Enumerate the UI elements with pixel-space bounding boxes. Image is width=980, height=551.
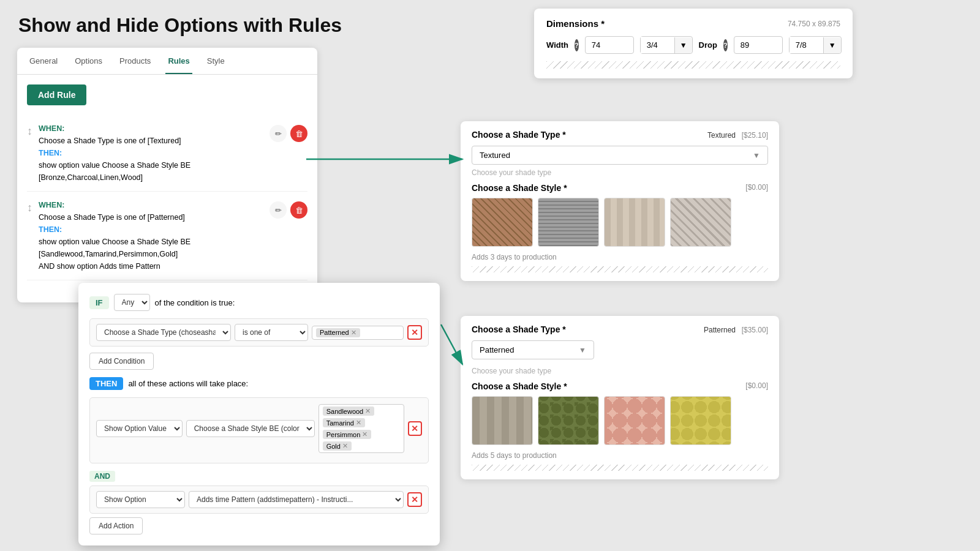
tag-gold-remove[interactable]: ✕ (342, 442, 348, 450)
drop-help-icon[interactable]: ? (723, 39, 728, 51)
if-badge: IF (89, 296, 109, 309)
remove-action-1-button[interactable]: ✕ (408, 421, 422, 436)
rule-item-1: ↕ WHEN: Choose a Shade Type is one of [T… (27, 115, 307, 192)
remove-action-2-button[interactable]: ✕ (407, 492, 422, 507)
rule-then-text-1: show option value Choose a Shade Style B… (39, 159, 263, 184)
tag-patterned-remove[interactable]: ✕ (351, 329, 356, 337)
drop-fraction-input[interactable] (790, 37, 823, 53)
action-1-row: Show Option Value Choose a Shade Style B… (96, 404, 422, 453)
width-fraction-arrow[interactable]: ▼ (674, 37, 692, 53)
rule-drag-handle-1[interactable]: ↕ (27, 122, 32, 138)
rule-edit-button-2[interactable]: ✏ (270, 201, 287, 219)
rule-then-label-2: THEN: (39, 223, 263, 236)
rule-when-text-1: Choose a Shade Type is one of [Textured] (39, 135, 263, 147)
swatch-bronze[interactable] (472, 198, 533, 247)
width-row: Width ? ▼ Drop ? ▼ (546, 36, 840, 54)
action-field-select-1[interactable]: Choose a Shade Style BE (color) - Swatch (186, 420, 315, 437)
add-action-button[interactable]: Add Action (89, 517, 143, 534)
rule-edit-button-1[interactable]: ✏ (270, 125, 287, 142)
shade-placeholder-1: Choose your shade type (472, 168, 768, 177)
remove-condition-button[interactable]: ✕ (407, 325, 422, 340)
shade-placeholder-2: Choose your shade type (472, 367, 768, 375)
tag-sandlewood: Sandlewood ✕ (323, 407, 375, 416)
rule-then-text-2: show option value Choose a Shade Style B… (39, 236, 263, 260)
action-field-select-2[interactable]: Adds time Pattern (addstimepattern) - In… (189, 491, 404, 508)
dimensions-header: Dimensions * 74.750 x 89.875 (546, 18, 840, 29)
shade-type-dropdown-2[interactable]: Patterned ▼ (472, 340, 594, 359)
condition-operator-select[interactable]: is one of (235, 324, 308, 341)
shade-dropdown-text-1: Textured (480, 151, 510, 160)
rule-item-2: ↕ WHEN: Choose a Shade Type is one of [P… (27, 192, 307, 280)
shade-swatches-1 (472, 198, 768, 247)
shade-style-price-2: [$0.00] (745, 381, 768, 391)
tab-rules[interactable]: Rules (165, 48, 192, 74)
shade-swatches-2 (472, 396, 768, 445)
width-input[interactable] (585, 36, 634, 54)
condition-field-select[interactable]: Choose a Shade Type (choseashadestyletyp… (96, 324, 231, 341)
width-help-icon[interactable]: ? (575, 39, 579, 51)
rules-body: Add Rule ↕ WHEN: Choose a Shade Type is … (17, 75, 317, 290)
shade-dropdown-arrow-1: ▼ (753, 151, 760, 160)
action-type-select-2[interactable]: Show Option (96, 491, 185, 508)
rule-actions-1: ✏ 🗑 (270, 125, 307, 142)
tab-products[interactable]: Products (117, 48, 153, 74)
shade-price-2: [$35.00] (742, 326, 768, 334)
tag-gold: Gold ✕ (323, 441, 352, 451)
rule-delete-button-2[interactable]: 🗑 (290, 201, 307, 219)
rule-dialog: IF Any of the condition is true: Choose … (78, 283, 440, 545)
shade-value-label-1: Textured (707, 131, 736, 140)
zigzag-pattern-1 (472, 266, 768, 272)
rule-and-text-2: AND show option Adds time Pattern (39, 260, 263, 272)
and-badge: AND (89, 471, 115, 482)
add-condition-button[interactable]: Add Condition (89, 353, 154, 370)
rule-when-label-1: WHEN: (39, 122, 263, 135)
dialog-condition-row: Choose a Shade Type (choseashadestyletyp… (89, 318, 429, 347)
shade-type-header-right-2: Patterned [$35.00] (704, 325, 768, 334)
rule-drag-handle-2[interactable]: ↕ (27, 199, 32, 214)
tab-style[interactable]: Style (205, 48, 227, 74)
shade-type-dropdown-1[interactable]: Textured ▼ (472, 146, 768, 165)
drop-input[interactable] (734, 36, 783, 54)
swatch-tamarind[interactable] (538, 396, 599, 445)
zigzag-pattern-2 (472, 465, 768, 471)
swatch-persimmon[interactable] (604, 396, 665, 445)
dimensions-value: 74.750 x 89.875 (788, 20, 840, 28)
add-rule-button[interactable]: Add Rule (27, 84, 86, 105)
width-label: Width (546, 40, 568, 50)
tag-persimmon-remove[interactable]: ✕ (362, 430, 368, 438)
adds-days-1: Adds 3 days to production (472, 253, 768, 261)
drop-fraction-arrow[interactable]: ▼ (823, 37, 841, 53)
swatch-sandlewood[interactable] (472, 396, 533, 445)
rule-then-label-1: THEN: (39, 147, 263, 159)
dialog-then-row: THEN all of these actions will take plac… (89, 377, 429, 390)
shade-dropdown-text-2: Patterned (480, 345, 514, 354)
tag-patterned: Patterned ✕ (316, 328, 360, 337)
tab-options[interactable]: Options (72, 48, 105, 74)
shade-style-title-1: Choose a Shade Style * [$0.00] (472, 183, 768, 193)
tag-sandlewood-remove[interactable]: ✕ (365, 407, 371, 415)
swatch-gold[interactable] (670, 396, 731, 445)
rules-tabs: General Options Products Rules Style (17, 48, 317, 75)
swatch-charcoal[interactable] (538, 198, 599, 247)
rules-panel: General Options Products Rules Style Add… (17, 48, 317, 302)
rule-when-text-2: Choose a Shade Type is one of [Patterned… (39, 211, 263, 223)
swatch-linen[interactable] (604, 198, 665, 247)
product-panel: Dimensions * 74.750 x 89.875 Width ? ▼ D… (534, 9, 853, 78)
if-any-select[interactable]: Any (114, 294, 150, 311)
dimensions-title: Dimensions * (546, 18, 605, 29)
shade-type-header-2: Choose a Shade Type * Patterned [$35.00] (472, 324, 768, 334)
then-badge: THEN (89, 377, 123, 390)
width-fraction-container: ▼ (640, 36, 693, 54)
tab-general[interactable]: General (27, 48, 60, 74)
width-fraction-input[interactable] (641, 37, 674, 53)
shade-style-price-1: [$0.00] (745, 183, 768, 193)
tag-persimmon: Persimmon ✕ (323, 430, 372, 439)
adds-days-2: Adds 5 days to production (472, 451, 768, 460)
shade-value-label-2: Patterned (704, 326, 736, 334)
shade-price-1: [$25.10] (742, 131, 768, 140)
action-type-select-1[interactable]: Show Option Value (96, 420, 183, 437)
tag-tamarind-remove[interactable]: ✕ (356, 419, 361, 427)
condition-values-container: Patterned ✕ (312, 326, 404, 340)
rule-delete-button-1[interactable]: 🗑 (290, 125, 307, 142)
swatch-wood[interactable] (670, 198, 731, 247)
